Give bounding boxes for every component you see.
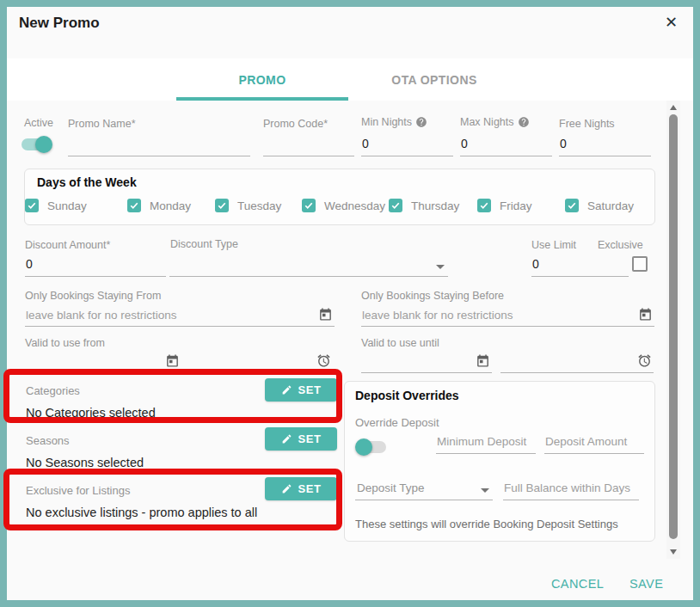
override-deposit-toggle[interactable] <box>355 438 388 456</box>
exclusive-listings-set-button[interactable]: SET <box>265 477 337 500</box>
scroll-up-icon[interactable] <box>670 105 677 110</box>
min-nights-help-icon[interactable] <box>415 116 427 128</box>
deposit-overrides-panel: Deposit Overrides Override Deposit Depos… <box>344 381 655 542</box>
checkbox-checked-icon <box>477 199 491 212</box>
full-balance-field[interactable] <box>503 478 639 500</box>
staying-from-input[interactable] <box>25 304 335 327</box>
scrollbar[interactable] <box>666 101 680 559</box>
day-checkbox-sunday[interactable]: Sunday <box>25 199 87 212</box>
exclusive-listings-label: Exclusive for Listings <box>26 484 130 497</box>
day-label: Thursday <box>411 199 459 212</box>
discount-type-label: Discount Type <box>170 238 238 250</box>
day-label: Saturday <box>587 199 634 212</box>
checkbox-checked-icon <box>389 199 402 212</box>
valid-until-date-field[interactable] <box>361 351 492 373</box>
max-nights-field[interactable] <box>460 134 552 156</box>
free-nights-label: Free Nights <box>559 118 615 130</box>
checkbox-checked-icon <box>127 199 141 212</box>
pencil-icon <box>281 384 292 395</box>
day-label: Sunday <box>47 199 87 212</box>
valid-from-time-field[interactable] <box>190 351 333 373</box>
save-button[interactable]: SAVE <box>629 577 663 591</box>
staying-from-field[interactable] <box>25 304 335 327</box>
active-tab-indicator <box>176 97 348 101</box>
new-promo-dialog: New Promo ✕ PROMO OTA OPTIONS Active Pro… <box>0 0 700 607</box>
day-checkbox-monday[interactable]: Monday <box>127 199 191 212</box>
set-button-label: SET <box>298 383 322 396</box>
free-nights-field[interactable] <box>559 134 651 156</box>
days-of-week-panel: Days of the Week Monday Tuesday Wednesda… <box>24 169 655 225</box>
discount-amount-label: Discount Amount* <box>25 239 110 251</box>
use-limit-label: Use Limit <box>531 239 576 251</box>
categories-label: Categories <box>26 384 80 397</box>
staying-before-field[interactable] <box>361 304 654 327</box>
toggle-thumb <box>355 438 372 456</box>
tab-ota-options[interactable]: OTA OPTIONS <box>348 58 520 101</box>
deposit-amount-field[interactable] <box>544 432 644 454</box>
discount-amount-field[interactable] <box>25 254 166 277</box>
min-nights-field[interactable] <box>361 134 453 156</box>
categories-set-button[interactable]: SET <box>265 378 337 402</box>
scroll-down-icon[interactable] <box>670 549 677 555</box>
scrollbar-thumb[interactable] <box>669 114 678 539</box>
valid-from-label: Valid to use from <box>25 337 105 349</box>
day-checkbox-tuesday[interactable]: Tuesday <box>215 199 281 212</box>
deposit-overrides-title: Deposit Overrides <box>355 389 459 402</box>
calendar-icon[interactable] <box>165 353 180 368</box>
tab-promo[interactable]: PROMO <box>176 58 348 101</box>
checkbox-checked-icon <box>565 199 579 212</box>
use-limit-field[interactable] <box>531 254 629 277</box>
day-checkbox-wednesday[interactable]: Wednesday <box>302 199 385 212</box>
min-nights-label: Min Nights <box>361 116 412 128</box>
cancel-button[interactable]: CANCEL <box>551 577 604 591</box>
categories-status: No Categories selected <box>26 406 156 420</box>
checkbox-checked-icon <box>215 199 229 212</box>
exclusive-listings-status: No exclusive listings - promo applies to… <box>26 506 257 519</box>
calendar-icon[interactable] <box>318 307 333 322</box>
checkbox-checked-icon <box>25 199 39 212</box>
checkbox-checked-icon <box>302 199 316 212</box>
page-title: New Promo <box>19 15 100 32</box>
seasons-status: No Seasons selected <box>26 456 144 469</box>
chevron-down-icon <box>481 488 489 493</box>
max-nights-help-icon[interactable] <box>518 116 530 128</box>
exclusive-checkbox[interactable] <box>632 256 648 272</box>
clock-icon[interactable] <box>637 353 652 368</box>
day-label: Friday <box>500 199 532 212</box>
deposit-type-placeholder: Deposit Type <box>357 481 425 494</box>
pencil-icon <box>281 483 292 494</box>
valid-from-date-field[interactable] <box>25 351 181 373</box>
days-of-week-title: Days of the Week <box>37 175 137 189</box>
minimum-deposit-field[interactable] <box>436 432 536 454</box>
promo-code-field[interactable] <box>263 134 354 156</box>
day-checkbox-friday[interactable]: Friday <box>477 199 532 212</box>
day-checkbox-thursday[interactable]: Thursday <box>389 199 459 212</box>
staying-from-label: Only Bookings Staying From <box>25 290 161 302</box>
modal: New Promo ✕ PROMO OTA OPTIONS Active Pro… <box>7 7 693 600</box>
discount-type-select[interactable] <box>169 254 448 277</box>
day-checkbox-saturday[interactable]: Saturday <box>565 199 634 212</box>
min-nights-label-row: Min Nights <box>361 116 427 128</box>
tab-bar: PROMO OTA OPTIONS <box>7 58 693 101</box>
override-deposit-label: Override Deposit <box>355 416 439 429</box>
calendar-icon[interactable] <box>638 307 653 322</box>
day-label: Wednesday <box>324 199 385 212</box>
close-icon[interactable]: ✕ <box>665 14 678 31</box>
calendar-icon[interactable] <box>476 353 490 368</box>
promo-code-label: Promo Code* <box>263 118 328 130</box>
seasons-set-button[interactable]: SET <box>265 427 337 451</box>
active-toggle[interactable] <box>20 136 52 153</box>
day-label: Tuesday <box>237 199 281 212</box>
staying-before-label: Only Bookings Staying Before <box>361 290 504 302</box>
deposit-note: These settings will override Booking Dep… <box>355 518 648 530</box>
set-button-label: SET <box>298 432 322 445</box>
exclusive-label: Exclusive <box>598 239 643 251</box>
promo-name-field[interactable] <box>68 134 250 156</box>
valid-until-time-field[interactable] <box>500 351 654 373</box>
active-label: Active <box>24 117 53 129</box>
deposit-type-select[interactable]: Deposit Type <box>355 478 493 500</box>
clock-icon[interactable] <box>316 353 331 368</box>
staying-before-input[interactable] <box>361 304 654 327</box>
day-label: Monday <box>150 199 191 212</box>
promo-name-label: Promo Name* <box>68 118 136 130</box>
